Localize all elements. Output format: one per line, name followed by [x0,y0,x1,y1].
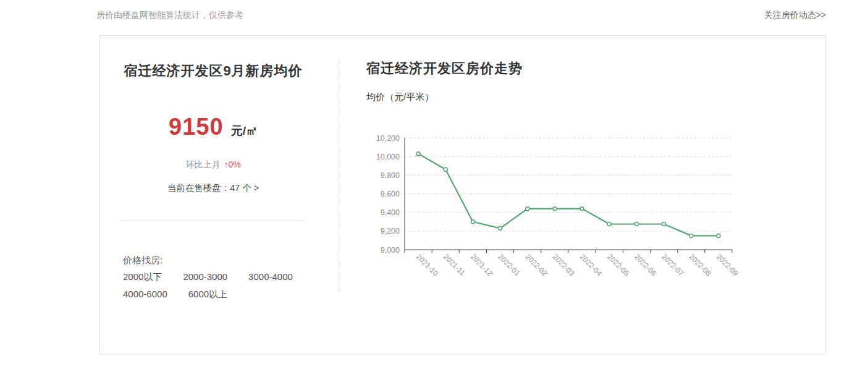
average-price-value: 9150 [169,114,224,140]
svg-text:2022-08: 2022-08 [688,252,713,278]
svg-text:10,000: 10,000 [376,153,400,161]
filter-under-2000-link[interactable]: 2000以下 [123,271,162,283]
mom-change-value: ↑0% [224,159,240,169]
mom-label: 环比上月 [185,159,220,169]
svg-text:2021-10: 2021-10 [415,252,440,278]
vertical-dashed-divider [339,59,339,292]
svg-text:2021-11: 2021-11 [442,252,467,278]
svg-text:2022-06: 2022-06 [633,252,658,278]
follow-price-trends-link[interactable]: 关注房价动态>> [764,10,826,21]
month-over-month-line: 环比上月↑0% [118,159,308,171]
svg-text:2022-07: 2022-07 [660,252,685,278]
svg-text:2022-04: 2022-04 [578,252,604,278]
svg-text:2022-05: 2022-05 [605,252,631,278]
svg-text:9,400: 9,400 [381,208,400,217]
price-trend-chart: 9,0009,2009,4009,6009,80010,00010,200202… [364,129,759,295]
svg-text:9,600: 9,600 [381,190,400,198]
district-month-price-title: 宿迁经济开发区9月新房均价 [118,61,308,81]
price-trend-title: 宿迁经济开发区房价走势 [366,59,523,78]
svg-text:2022-09: 2022-09 [715,252,740,278]
price-card: 宿迁经济开发区9月新房均价 9150元/㎡ 环比上月↑0% 当前在售楼盘：47 … [99,35,826,354]
filter-4000-6000-link[interactable]: 4000-6000 [123,289,167,300]
price-filter-row: 4000-6000 6000以上 [123,289,227,300]
svg-text:2022-03: 2022-03 [551,252,576,278]
price-trend-axis-caption: 均价（元/平米） [366,91,434,103]
svg-text:9,200: 9,200 [381,227,400,235]
svg-text:9,800: 9,800 [381,171,400,180]
price-filter-row: 2000以下 2000-3000 3000-4000 [123,271,293,283]
svg-text:2022-01: 2022-01 [496,252,521,278]
on-sale-listings-link[interactable]: 当前在售楼盘：47 个 > [118,182,308,194]
filter-2000-3000-link[interactable]: 2000-3000 [183,271,227,283]
algorithm-disclaimer-note: 房价由楼盘网智能算法统计，仅供参考 [96,10,243,21]
svg-text:2021-12: 2021-12 [469,252,494,278]
price-filter-label: 价格找房: [123,255,162,266]
average-price-line: 9150元/㎡ [118,114,308,140]
horizontal-dotted-divider [122,220,305,221]
svg-text:10,200: 10,200 [376,134,400,143]
filter-3000-4000-link[interactable]: 3000-4000 [248,271,293,283]
svg-text:9,000: 9,000 [381,246,400,255]
filter-over-6000-link[interactable]: 6000以上 [188,289,227,300]
price-unit: 元/㎡ [231,124,258,137]
svg-text:2022-02: 2022-02 [524,252,549,278]
